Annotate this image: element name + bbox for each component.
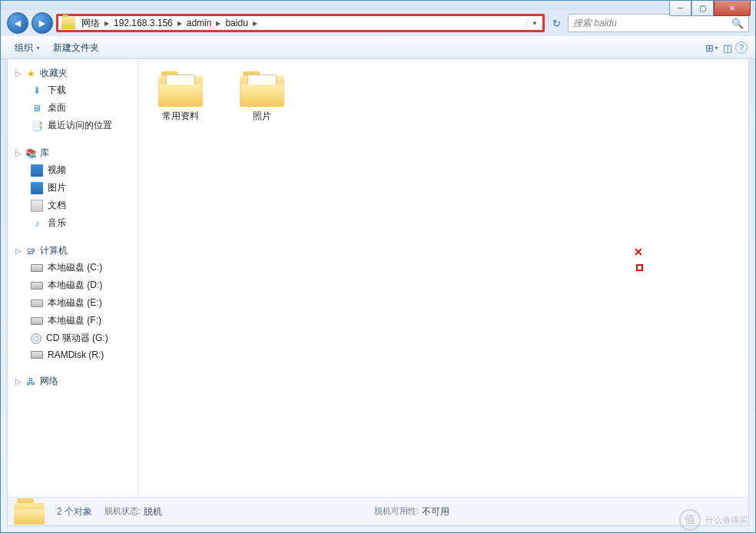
sidebar-item-drive-r[interactable]: RAMDisk (R:) — [8, 347, 138, 363]
sidebar-item-drive-d[interactable]: 本地磁盘 (D:) — [8, 276, 138, 294]
address-bar[interactable]: 网络▶ 192.168.3.156▶ admin▶ baidu▶ ▼ — [56, 14, 545, 32]
sidebar-item-desktop[interactable]: 🖥桌面 — [8, 99, 138, 117]
chevron-right-icon[interactable]: ▶ — [251, 20, 259, 27]
main-area: ▷★收藏夹 ⬇下载 🖥桌面 📑最近访问的位置 ▷📚库 视频 图片 文档 ♪音乐 … — [7, 59, 749, 498]
sidebar-computer[interactable]: ▷🖳计算机 — [8, 243, 138, 259]
sidebar-item-drive-c[interactable]: 本地磁盘 (C:) — [8, 259, 138, 276]
hdd-icon — [31, 317, 43, 325]
cd-icon — [31, 333, 41, 344]
desktop-icon: 🖥 — [31, 102, 43, 114]
maximize-button[interactable]: ▢ — [691, 1, 714, 16]
search-icon[interactable]: 🔍 — [731, 18, 744, 29]
watermark-icon: 值 — [679, 509, 701, 531]
expand-icon: ▷ — [15, 149, 22, 157]
folder-icon — [61, 17, 75, 29]
organize-button[interactable]: 组织 ▼ — [8, 39, 47, 57]
breadcrumb-item[interactable]: admin — [184, 18, 215, 28]
breadcrumb: 网络▶ 192.168.3.156▶ admin▶ baidu▶ — [78, 17, 259, 30]
sidebar-item-drive-e[interactable]: 本地磁盘 (E:) — [8, 294, 138, 312]
status-count: 2 个对象 — [57, 505, 92, 518]
address-dropdown[interactable]: ▼ — [526, 20, 542, 27]
new-folder-button[interactable]: 新建文件夹 — [47, 39, 105, 57]
expand-icon: ▷ — [15, 377, 22, 386]
sidebar-network[interactable]: ▷🖧网络 — [8, 373, 138, 389]
folder-label: 照片 — [232, 110, 292, 123]
status-bar: 2 个对象 脱机状态:脱机 脱机可用性:不可用 — [7, 497, 749, 526]
chevron-down-icon: ▼ — [35, 45, 41, 51]
titlebar[interactable] — [1, 1, 755, 10]
explorer-window: ─ ▢ ✕ ◄ ► 网络▶ 192.168.3.156▶ admin▶ baid… — [0, 0, 756, 533]
folder-item[interactable]: 照片 — [232, 70, 292, 123]
sidebar-libraries[interactable]: ▷📚库 — [8, 145, 138, 161]
breadcrumb-item[interactable]: 网络 — [78, 17, 103, 30]
chevron-right-icon[interactable]: ▶ — [214, 20, 222, 27]
music-icon: ♪ — [31, 217, 43, 230]
annotation-x-icon: ✕ — [634, 246, 643, 258]
sidebar-item-documents[interactable]: 文档 — [8, 197, 138, 214]
status-offline-label: 脱机状态: — [104, 505, 141, 518]
sidebar-item-drive-g[interactable]: CD 驱动器 (G:) — [8, 329, 138, 347]
status-offline-value: 脱机 — [144, 505, 162, 518]
sidebar-item-drive-f[interactable]: 本地磁盘 (F:) — [8, 312, 138, 329]
star-icon: ★ — [25, 68, 37, 80]
picture-icon — [31, 182, 43, 194]
status-avail-value: 不可用 — [422, 505, 449, 518]
breadcrumb-item[interactable]: baidu — [222, 18, 250, 28]
chevron-right-icon[interactable]: ▶ — [176, 20, 184, 27]
refresh-button[interactable]: ↻ — [548, 15, 565, 31]
sidebar-item-videos[interactable]: 视频 — [8, 161, 138, 179]
library-icon: 📚 — [25, 147, 37, 160]
folder-item[interactable]: 常用资料 — [151, 70, 211, 123]
close-button[interactable]: ✕ — [714, 1, 751, 16]
watermark: 值 什么值得买 — [679, 509, 748, 531]
folder-icon — [240, 70, 284, 107]
toolbar: 组织 ▼ 新建文件夹 ⊞ ▼ ◫ ? — [1, 36, 755, 59]
help-button[interactable]: ? — [735, 41, 748, 54]
status-avail-label: 脱机可用性: — [374, 505, 419, 518]
back-button[interactable]: ◄ — [7, 12, 28, 34]
recent-icon: 📑 — [31, 120, 43, 132]
expand-icon: ▷ — [15, 247, 22, 255]
search-input[interactable]: 搜索 baidu 🔍 — [568, 14, 749, 32]
video-icon — [31, 164, 43, 177]
folder-icon — [158, 70, 203, 107]
document-icon — [31, 200, 43, 212]
sidebar-item-recent[interactable]: 📑最近访问的位置 — [8, 117, 138, 134]
sidebar-item-music[interactable]: ♪音乐 — [8, 214, 138, 232]
computer-icon: 🖳 — [25, 245, 37, 257]
hdd-icon — [31, 300, 43, 307]
preview-pane-button[interactable]: ◫ — [720, 40, 735, 55]
navigation-pane: ▷★收藏夹 ⬇下载 🖥桌面 📑最近访问的位置 ▷📚库 视频 图片 文档 ♪音乐 … — [8, 59, 138, 498]
view-options-button[interactable]: ⊞ ▼ — [705, 40, 720, 55]
folder-label: 常用资料 — [151, 110, 211, 123]
navigation-row: ◄ ► 网络▶ 192.168.3.156▶ admin▶ baidu▶ ▼ ↻… — [1, 10, 755, 36]
annotation-handle — [636, 264, 643, 271]
sidebar-item-pictures[interactable]: 图片 — [8, 179, 138, 197]
search-placeholder: 搜索 baidu — [573, 17, 617, 30]
network-icon: 🖧 — [25, 376, 37, 388]
download-icon: ⬇ — [31, 84, 43, 97]
sidebar-item-downloads[interactable]: ⬇下载 — [8, 81, 138, 99]
expand-icon: ▷ — [15, 69, 22, 78]
hdd-icon — [31, 351, 43, 359]
file-list[interactable]: 常用资料 照片 — [138, 59, 748, 498]
sidebar-favorites[interactable]: ▷★收藏夹 — [8, 65, 138, 81]
hdd-icon — [31, 282, 43, 290]
window-controls: ─ ▢ ✕ — [669, 1, 751, 16]
folder-icon — [14, 498, 45, 525]
chevron-right-icon[interactable]: ▶ — [103, 20, 111, 27]
forward-button[interactable]: ► — [32, 12, 53, 34]
minimize-button[interactable]: ─ — [669, 1, 691, 16]
breadcrumb-item[interactable]: 192.168.3.156 — [111, 18, 176, 28]
hdd-icon — [31, 264, 43, 272]
